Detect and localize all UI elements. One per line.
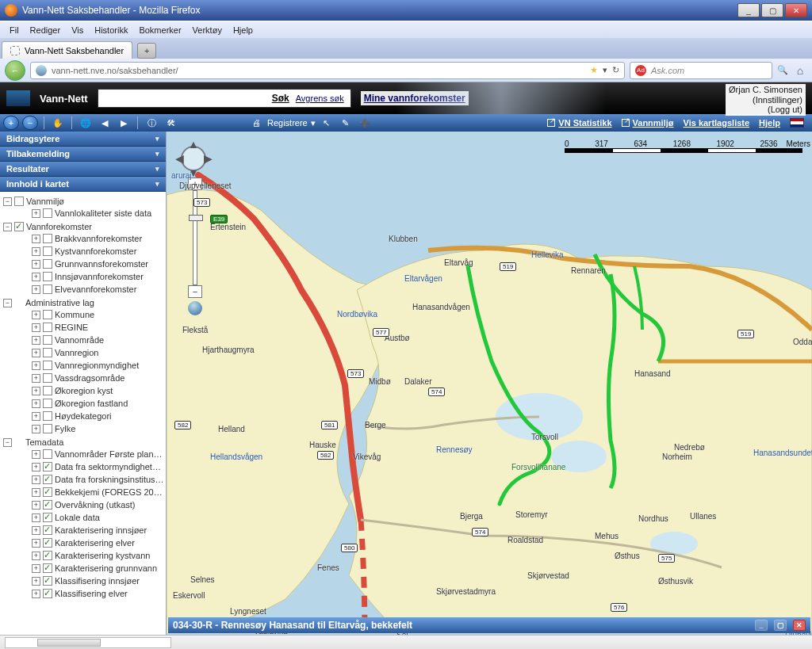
tool-info-button[interactable]: ⓘ <box>144 116 159 130</box>
zoom-out-button[interactable]: − <box>188 285 202 298</box>
map-viewport[interactable]: ▲ ▼ ◀ ▶ + − 0 317 634 1268 1902 2536 Met… <box>167 132 812 635</box>
layer-elve-label[interactable]: Elvevannforekomster <box>55 284 164 294</box>
layer-elve-checkbox[interactable] <box>43 284 52 294</box>
zoom-thumb[interactable] <box>189 215 203 221</box>
tool-cursor-button[interactable]: ↖ <box>319 116 335 130</box>
tree-expand-icon[interactable]: + <box>32 399 40 408</box>
tree-expand-icon[interactable]: + <box>32 247 40 256</box>
tool-add-layer-button[interactable]: ➕ <box>357 116 373 130</box>
layer-innsjo-label[interactable]: Innsjøvannforekomster <box>55 272 164 281</box>
tree-collapse-icon[interactable]: − <box>3 299 12 307</box>
layer-grunnvann-checkbox[interactable] <box>43 259 52 269</box>
tree-expand-icon[interactable]: + <box>32 552 40 560</box>
layer-vannregion-label[interactable]: Vannregion <box>55 348 164 357</box>
hjelp-link[interactable]: Hjelp <box>759 118 780 128</box>
layer-t12-label[interactable]: Klassifisering elver <box>55 589 164 598</box>
layer-admin-label[interactable]: Administrative lag <box>25 298 164 307</box>
layer-vannregionmynd-checkbox[interactable] <box>43 361 52 370</box>
layer-vannmiljo-label[interactable]: Vannmiljø <box>26 197 164 206</box>
search-submit-icon[interactable]: 🔍 <box>777 65 788 75</box>
layer-fylke-label[interactable]: Fylke <box>55 424 164 433</box>
tree-expand-icon[interactable]: + <box>32 450 40 459</box>
tree-expand-icon[interactable]: + <box>32 336 40 345</box>
url-input[interactable]: vann-nett.nve.no/saksbehandler/ ★ ▾ ↻ <box>30 62 625 79</box>
layer-t5-label[interactable]: Overvåkning (utkast) <box>55 500 164 510</box>
search-engine-input[interactable]: Ad Ask.com <box>630 62 772 79</box>
tree-expand-icon[interactable]: + <box>32 564 40 573</box>
layer-temadata-label[interactable]: Temadata <box>25 437 164 447</box>
panel-maximize-button[interactable]: ▢ <box>774 620 787 631</box>
tree-expand-icon[interactable]: + <box>32 463 40 471</box>
bookmark-star-icon[interactable]: ★ <box>590 65 598 75</box>
menu-rediger[interactable]: Rediger <box>25 24 66 36</box>
menu-vis[interactable]: Vis <box>67 24 88 36</box>
tree-expand-icon[interactable]: + <box>32 425 40 433</box>
tree-expand-icon[interactable]: + <box>32 501 40 510</box>
layer-t9-label[interactable]: Karakterisering kystvann <box>55 551 164 560</box>
window-minimize-button[interactable]: _ <box>737 3 760 17</box>
layer-vassdrag-label[interactable]: Vassdragsområde <box>55 373 164 383</box>
tree-expand-icon[interactable]: + <box>32 374 40 383</box>
tree-expand-icon[interactable]: + <box>32 235 40 243</box>
tree-expand-icon[interactable]: + <box>32 349 40 357</box>
language-flag-icon[interactable] <box>790 118 804 128</box>
tree-collapse-icon[interactable]: − <box>3 197 12 206</box>
menu-historikk[interactable]: Historikk <box>90 24 132 36</box>
layer-vannregionmynd-label[interactable]: Vannregionmyndighet <box>55 361 164 370</box>
window-close-button[interactable]: ✕ <box>785 3 807 17</box>
tool-measure-button[interactable]: 🛠 <box>163 116 178 130</box>
layer-t7-checkbox[interactable] <box>43 525 52 535</box>
layer-t2-checkbox[interactable] <box>43 462 52 471</box>
layer-t6-label[interactable]: Lokale data <box>55 513 164 522</box>
layer-brakkvann-label[interactable]: Brakkvannforekomster <box>55 234 164 243</box>
tree-expand-icon[interactable]: + <box>32 475 40 484</box>
section-resultater[interactable]: Resultater▾ <box>0 162 166 177</box>
home-button[interactable]: ⌂ <box>793 63 807 78</box>
layer-t8-label[interactable]: Karakterisering elver <box>55 538 164 548</box>
window-maximize-button[interactable]: ▢ <box>761 3 783 17</box>
layer-okoregion-fastland-checkbox[interactable] <box>43 399 52 408</box>
map-zoom-slider[interactable]: + − <box>187 178 203 315</box>
layer-grunnvann-label[interactable]: Grunnvannsforekomster <box>55 259 164 269</box>
layer-t2-label[interactable]: Data fra sektormyndighetene <box>55 462 164 471</box>
tree-expand-icon[interactable]: + <box>32 311 40 319</box>
layer-regine-label[interactable]: REGINE <box>55 323 164 332</box>
browser-tab-active[interactable]: Vann-Nett Saksbehandler <box>2 41 132 59</box>
tree-expand-icon[interactable]: + <box>32 539 40 548</box>
layer-t7-label[interactable]: Karakterisering innsjøer <box>55 525 164 535</box>
layer-t4-checkbox[interactable] <box>43 487 52 497</box>
layer-vannregion-checkbox[interactable] <box>43 348 52 357</box>
zoom-in-button[interactable]: + <box>188 178 202 190</box>
tool-nav-left-button[interactable]: ◀ <box>97 116 113 130</box>
layer-hoydekat-label[interactable]: Høydekategori <box>55 411 164 421</box>
search-sok-link[interactable]: Søk <box>272 93 289 104</box>
layer-vannomrade-checkbox[interactable] <box>43 335 52 345</box>
layer-t11-label[interactable]: Klassifisering innsjøer <box>55 576 164 586</box>
layer-t1-label[interactable]: Vannområder Første planfase <box>55 449 164 459</box>
scrollbar-thumb[interactable] <box>37 639 101 647</box>
layer-okoregion-fastland-label[interactable]: Økoregion fastland <box>55 399 164 408</box>
layer-t3-checkbox[interactable] <box>43 475 52 484</box>
tree-expand-icon[interactable]: + <box>32 412 40 421</box>
layer-t6-checkbox[interactable] <box>43 513 52 522</box>
menu-verktoy[interactable]: Verktøy <box>188 24 227 36</box>
section-bidragsytere[interactable]: Bidragsytere▾ <box>0 132 166 147</box>
layer-brakkvann-checkbox[interactable] <box>43 234 52 243</box>
tool-pan-button[interactable]: ✋ <box>50 116 66 130</box>
tree-expand-icon[interactable]: + <box>32 285 40 294</box>
layer-vannforekomster-checkbox[interactable] <box>14 222 24 231</box>
layer-t1-checkbox[interactable] <box>43 449 52 459</box>
tool-globe-button[interactable]: 🌐 <box>78 116 94 130</box>
url-dropdown-icon[interactable]: ▾ <box>603 65 607 75</box>
layer-okoregion-kyst-checkbox[interactable] <box>43 386 52 395</box>
tree-expand-icon[interactable]: + <box>32 260 40 269</box>
layer-t5-checkbox[interactable] <box>43 500 52 510</box>
tool-edit-pencil-button[interactable]: ✎ <box>338 116 354 130</box>
layer-vannforekomster-label[interactable]: Vannforekomster <box>26 222 164 231</box>
menu-bokmerker[interactable]: Bokmerker <box>134 24 186 36</box>
pan-left-button[interactable]: ◀ <box>174 154 184 163</box>
menu-fil[interactable]: Fil <box>5 24 24 36</box>
pan-right-button[interactable]: ▶ <box>203 154 213 163</box>
pan-down-button[interactable]: ▼ <box>189 168 198 178</box>
tree-expand-icon[interactable]: + <box>32 488 40 497</box>
